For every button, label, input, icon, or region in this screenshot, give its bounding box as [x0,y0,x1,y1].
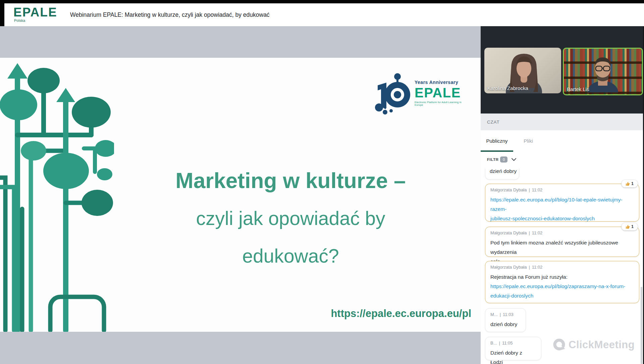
tab-publiczny[interactable]: Publiczny [481,130,513,151]
epale-10-years-logo: Years Anniversary EPALE Electronic Platf… [372,73,469,116]
message-author: B... [490,340,497,346]
like-badge[interactable]: 1 [622,223,638,230]
message-meta: M...|11:03 [490,312,521,317]
participant-video-still [564,49,642,92]
chevron-down-icon [512,158,516,161]
epale-logo: EPALE Polska [13,6,57,22]
message-time: 11:02 [532,230,543,235]
message-author: Małgorzata Dybała [490,230,527,235]
slide-title: Marketing w kulturze – czyli jak opowiad… [112,162,469,275]
meta-separator: | [500,312,501,317]
thumbs-up-icon [626,182,630,186]
video-tile-bartek-active-speaker[interactable]: Bartek Lis [563,48,643,95]
sidebar: Karolina Zabrocka Bartek Lis [481,26,644,364]
chat-panel-header: CZAT [481,113,644,131]
message-time: 11:03 [503,312,514,317]
filter-count-badge: 0 [500,156,507,163]
epale-logo-subtext: Polska [14,19,57,22]
chat-message: Małgorzata Dybała|11:02 https://epale.ec… [485,184,639,222]
meta-separator: | [529,230,530,235]
decorative-tree-graphic [0,58,114,332]
presentation-slide: Years Anniversary EPALE Electronic Platf… [0,58,481,332]
filter-label: FILTR [487,157,499,162]
message-text: Dzień dobry z Łodzi [490,348,536,364]
clickmeeting-logo-icon [553,338,566,351]
slide-url: https://epale.ec.europa.eu/pl [331,308,471,320]
message-link[interactable]: https://epale.ec.europa.eu/pl/blog/zapra… [490,282,634,301]
meta-separator: | [529,187,530,192]
epale-10-years-mark-icon [372,73,414,115]
chat-filter-row[interactable]: FILTR 0 [481,152,644,169]
message-meta: B...|11:05 [490,340,536,346]
clickmeeting-watermark: ClickMeeting [553,338,635,351]
participant-name-label: Bartek Lis [567,86,589,92]
message-author: Małgorzata Dybała [490,187,527,192]
message-time: 11:05 [502,340,513,346]
message-meta: Małgorzata Dybała|11:02 [490,187,634,192]
webinar-window: EPALE Polska Webinarium EPALE: Marketing… [0,0,644,364]
chat-panel-title: CZAT [487,120,499,125]
like-badge[interactable]: 1 [622,180,638,187]
message-text: dzień dobry [490,320,521,329]
slide-title-line2: czyli jak opowiadać by [112,199,469,237]
message-meta: Małgorzata Dybała|11:02 [490,265,634,270]
participant-name-label: Karolina Zabrocka [487,85,528,91]
app-header: EPALE Polska Webinarium EPALE: Marketing… [4,3,644,26]
like-count: 1 [631,224,634,229]
like-count: 1 [631,181,634,186]
meta-separator: | [529,265,530,270]
meta-separator: | [499,340,500,346]
anniversary-tagline: Electronic Platform for Adult Learning i… [415,101,469,106]
video-tile-karolina[interactable]: Karolina Zabrocka [484,48,561,93]
chat-message: Małgorzata Dybała|11:02 Rejestracja na F… [485,261,639,303]
message-author: Małgorzata Dybała [490,265,527,270]
chat-message-list: dzień dobry Małgorzata Dybała|11:02 http… [481,169,644,364]
anniversary-brand-text: EPALE [415,86,469,99]
message-text: dzień dobry [490,169,517,176]
chat-message: M...|11:03 dzień dobry [485,308,526,332]
slide-title-line1: Marketing w kulturze – [112,162,469,199]
thumbs-up-icon [626,225,630,229]
anniversary-years-text: Years Anniversary [415,80,469,85]
chat-message: Małgorzata Dybała|11:02 Pod tym linkiem … [485,227,639,257]
presentation-area: Years Anniversary EPALE Electronic Platf… [0,26,481,364]
message-time: 11:02 [532,187,543,192]
message-meta: Małgorzata Dybała|11:02 [490,230,634,235]
message-author: M... [490,312,498,317]
tab-publiczny-label: Publiczny [486,138,507,144]
chat-message-partial: dzień dobry [485,169,519,180]
message-link[interactable]: https://epale.ec.europa.eu/pl/blog/10-la… [490,195,634,223]
epale-logo-text: EPALE [13,6,57,18]
slide-title-line3: edukować? [112,237,469,275]
clickmeeting-watermark-text: ClickMeeting [569,339,635,351]
tab-pliki[interactable]: Pliki [517,130,540,151]
chat-scrollbar[interactable] [641,287,642,364]
message-time: 11:02 [532,265,543,270]
tab-pliki-label: Pliki [524,138,533,144]
message-text: Rejestracja na Forum już ruszyła: [490,272,634,282]
chat-tabs: Publiczny Pliki [481,130,644,152]
video-panel: Karolina Zabrocka Bartek Lis [481,26,644,113]
webinar-title: Webinarium EPALE: Marketing w kulturze, … [70,11,270,18]
chat-message: B...|11:05 Dzień dobry z Łodzi [485,337,541,360]
window-top-bar [0,0,644,3]
